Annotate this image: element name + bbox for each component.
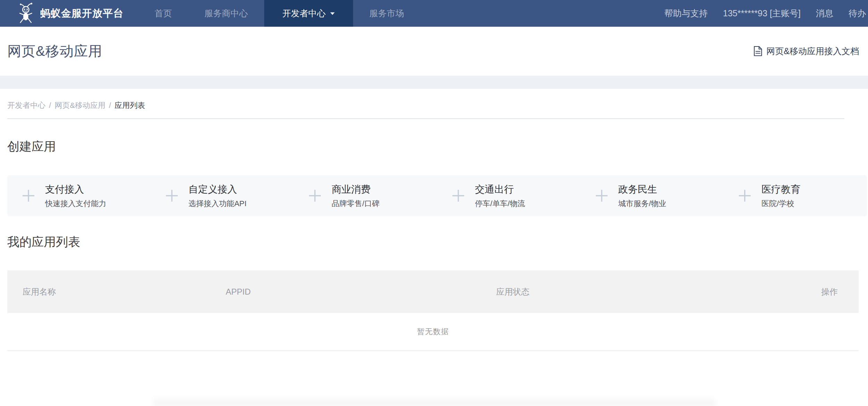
nav-item-partner-center[interactable]: 服务商中心 [188,0,264,27]
plus-icon [595,189,609,203]
messages-link[interactable]: 消息 [808,8,841,19]
breadcrumb-app-list: 应用列表 [115,100,145,111]
my-app-list-heading: 我的应用列表 [7,234,868,250]
breadcrumb: 开发者中心 / 网页&移动应用 / 应用列表 [7,100,868,111]
ant-logo-icon [17,2,35,25]
card-commerce[interactable]: 商业消费 品牌零售/口碑 [294,175,437,216]
card-title: 支付接入 [45,183,106,196]
card-title: 自定义接入 [189,183,247,196]
help-support-link[interactable]: 帮助与支持 [657,8,715,19]
navbar-right: 帮助与支持 135******93 [主账号] 消息 待办 [657,0,868,27]
card-medical-education[interactable]: 医疗教育 医院/学校 [724,175,867,216]
table-bottom-divider [7,350,859,351]
card-government[interactable]: 政务民生 城市服务/物业 [581,175,724,216]
card-subtitle: 停车/单车/物流 [475,198,525,209]
breadcrumb-developer-center[interactable]: 开发者中心 [7,100,45,111]
column-appid: APPID [226,287,496,297]
column-app-status: 应用状态 [496,286,782,297]
plus-icon [22,189,35,203]
footer-shadow [153,396,715,406]
create-app-panel: 支付接入 快速接入支付能力 自定义接入 选择接入功能API 商业消费 品牌零售/… [7,175,867,216]
card-subtitle: 品牌零售/口碑 [332,198,379,209]
account-menu[interactable]: 135******93 [主账号] [715,8,808,19]
table-empty-state: 暂无数据 [7,313,859,350]
top-navbar: 蚂蚁金服开放平台 首页 服务商中心 开发者中心 服务市场 帮助与支持 135**… [0,0,868,27]
nav-item-developer-center[interactable]: 开发者中心 [264,0,353,27]
column-actions: 操作 [782,286,838,297]
card-subtitle: 选择接入功能API [189,198,247,209]
breadcrumb-separator: / [49,101,51,110]
app-table-header: 应用名称 APPID 应用状态 操作 [7,270,859,313]
page-header: 网页&移动应用 网页&移动应用接入文档 [0,27,868,76]
card-subtitle: 快速接入支付能力 [45,198,106,209]
card-custom-access[interactable]: 自定义接入 选择接入功能API [151,175,294,216]
doc-link-label: 网页&移动应用接入文档 [766,45,859,57]
column-app-name: 应用名称 [23,286,226,297]
breadcrumb-separator: / [109,101,111,110]
document-icon [753,46,762,57]
breadcrumb-web-mobile-app[interactable]: 网页&移动应用 [55,100,106,111]
todo-link[interactable]: 待办 [841,8,867,19]
chevron-down-icon [330,12,335,15]
empty-text: 暂无数据 [417,327,449,337]
card-title: 政务民生 [618,183,666,196]
nav-item-service-market[interactable]: 服务市场 [353,0,420,27]
card-transport[interactable]: 交通出行 停车/单车/物流 [437,175,581,216]
nav-item-home[interactable]: 首页 [138,0,188,27]
doc-link[interactable]: 网页&移动应用接入文档 [753,45,859,57]
plus-icon [308,189,322,203]
create-app-heading: 创建应用 [7,138,868,155]
card-subtitle: 医院/学校 [761,198,800,209]
app-table: 应用名称 APPID 应用状态 操作 暂无数据 [7,270,859,351]
subheader-band [0,76,868,89]
brand-title: 蚂蚁金服开放平台 [40,7,124,20]
card-payment-access[interactable]: 支付接入 快速接入支付能力 [7,175,151,216]
main-nav: 首页 服务商中心 开发者中心 服务市场 [138,0,420,27]
breadcrumb-divider [7,118,844,119]
card-title: 商业消费 [332,183,379,196]
card-subtitle: 城市服务/物业 [618,198,666,209]
card-title: 医疗教育 [761,183,800,196]
brand-link[interactable]: 蚂蚁金服开放平台 [0,0,124,27]
plus-icon [738,189,752,203]
card-title: 交通出行 [475,183,525,196]
plus-icon [165,189,179,203]
page-title: 网页&移动应用 [7,42,102,61]
plus-icon [451,189,465,203]
main-content: 开发者中心 / 网页&移动应用 / 应用列表 创建应用 支付接入 快速接入支付能… [0,100,868,351]
